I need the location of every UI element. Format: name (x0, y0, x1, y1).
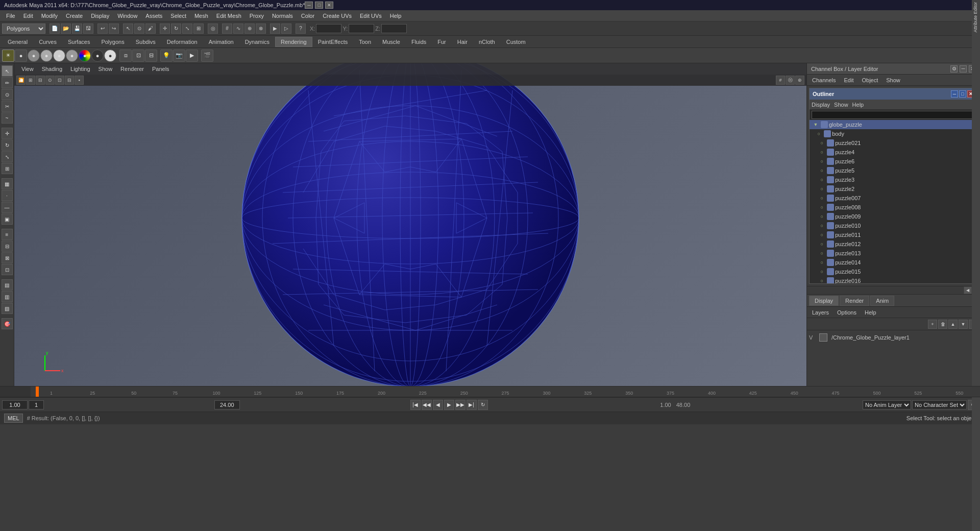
vertex-tool[interactable]: · (2, 190, 13, 201)
outliner-item-puzzle009[interactable]: ○ puzzle009 (810, 212, 977, 221)
save-file-icon[interactable]: 💾 (72, 23, 82, 34)
open-file-icon[interactable]: 📂 (61, 23, 71, 34)
layer-down-icon[interactable]: ▼ (959, 320, 968, 329)
layer-tab-anim[interactable]: Anim (870, 296, 894, 306)
outliner-minimize-icon[interactable]: ─ (951, 90, 958, 98)
playback-end-input[interactable] (214, 400, 240, 409)
move-tool[interactable]: ✛ (2, 128, 13, 139)
vp-menu-renderer[interactable]: Renderer (117, 65, 147, 73)
maximize-button[interactable]: □ (315, 2, 323, 9)
render-sphere-light[interactable]: ● (104, 50, 116, 62)
snap-point-icon[interactable]: ⊕ (244, 23, 255, 34)
y-coord-input[interactable] (349, 24, 374, 33)
outliner-item-puzzle021[interactable]: ○ puzzle021 (810, 138, 977, 148)
x-coord-input[interactable] (316, 24, 341, 33)
lasso-icon[interactable]: ⊙ (134, 23, 144, 34)
render-view-icon[interactable]: 📷 (173, 50, 185, 62)
minimize-button[interactable]: ─ (305, 2, 313, 9)
outliner-item-puzzle014[interactable]: ○ puzzle014 (810, 258, 977, 267)
cb-tab-object[interactable]: Object (859, 76, 881, 84)
z-coord-input[interactable] (381, 24, 407, 33)
menu-proxy[interactable]: Proxy (246, 12, 268, 20)
tab-curves[interactable]: Curves (33, 37, 62, 47)
timeline-ruler[interactable]: 1 25 50 75 100 125 150 175 200 225 250 2… (31, 387, 980, 397)
render-sphere-5[interactable]: ● (66, 50, 78, 62)
outliner-item-puzzle012[interactable]: ○ puzzle012 (810, 239, 977, 249)
step-fwd-icon[interactable]: ▶▶ (455, 400, 465, 410)
menu-normals[interactable]: Normals (268, 12, 297, 20)
attr-tool-3[interactable]: ▧ (2, 303, 13, 314)
layer-tab-display[interactable]: Display (809, 296, 839, 306)
vp-render-region-icon[interactable]: ▪ (75, 76, 84, 85)
menu-window[interactable]: Window (113, 12, 141, 20)
outliner-scroll-left[interactable]: ◀ (964, 286, 972, 294)
save-as-icon[interactable]: 🖫 (83, 23, 93, 34)
editor-tool-1[interactable]: ⊟ (2, 240, 13, 252)
outliner-item-puzzle4[interactable]: ○ puzzle4 (810, 148, 977, 157)
display-layers[interactable]: ≡ (2, 229, 13, 240)
vp-menu-lighting[interactable]: Lighting (67, 65, 93, 73)
frame-sel-icon[interactable]: ⊟ (145, 50, 157, 62)
sculpt-tool[interactable]: ⊙ (2, 89, 13, 100)
outliner-menu-display[interactable]: Display (812, 102, 830, 108)
vp-menu-view[interactable]: View (18, 65, 37, 73)
manip-tool[interactable]: ⊞ (2, 163, 13, 174)
tab-painteffects[interactable]: PaintEffects (312, 37, 354, 47)
play-fwd-icon[interactable]: ▶ (444, 400, 454, 410)
select-tool[interactable]: ↖ (2, 65, 13, 77)
step-back-icon[interactable]: ◀◀ (422, 400, 432, 410)
paint-tool[interactable]: ✏ (2, 77, 13, 88)
vp-hud-icon[interactable]: Ⓗ (786, 76, 795, 85)
cut-tool[interactable]: ✂ (2, 101, 13, 112)
snap-curve-icon[interactable]: ∿ (233, 23, 243, 34)
menu-select[interactable]: Select (166, 12, 190, 20)
component-select[interactable]: ▦ (2, 178, 13, 189)
layer-up-icon[interactable]: ▲ (948, 320, 958, 329)
attr-tool-1[interactable]: ▤ (2, 279, 13, 291)
undo-icon[interactable]: ↩ (97, 23, 108, 34)
vp-menu-shading[interactable]: Shading (39, 65, 65, 73)
outliner-item-puzzle3[interactable]: ○ puzzle3 (810, 175, 977, 184)
attr-tool-2[interactable]: ▥ (2, 291, 13, 302)
render-sphere-flat[interactable]: ☀ (2, 50, 14, 62)
vp-isolate-icon[interactable]: ⊙ (45, 76, 55, 85)
help-line-icon[interactable]: ? (296, 23, 306, 34)
vp-xray-icon[interactable]: ⊛ (795, 76, 804, 85)
layer-create-icon[interactable]: + (928, 320, 937, 329)
isolate-select-icon[interactable]: ⧈ (119, 50, 132, 62)
tab-general[interactable]: General (2, 37, 33, 47)
viewport[interactable]: View Shading Lighting Show Renderer Pane… (14, 63, 806, 386)
new-file-icon[interactable]: 📄 (50, 23, 60, 34)
render-sphere-3[interactable]: ● (40, 50, 53, 62)
scale-tool[interactable]: ⤡ (2, 151, 13, 162)
menu-edit-mesh[interactable]: Edit Mesh (212, 12, 246, 20)
module-select[interactable]: Polygons Animation Rendering Dynamics nD… (2, 23, 45, 34)
soft-sel-icon[interactable]: ◎ (208, 23, 218, 34)
select-icon[interactable]: ↖ (123, 23, 133, 34)
tab-fur[interactable]: Fur (432, 37, 452, 47)
outliner-maximize-icon[interactable]: □ (959, 90, 966, 98)
camera-tool[interactable]: 🎯 (2, 318, 13, 329)
tab-surfaces[interactable]: Surfaces (62, 37, 95, 47)
play-back-icon[interactable]: ◀ (433, 400, 443, 410)
layer-subtab-layers[interactable]: Layers (809, 308, 832, 317)
layer-subtab-help[interactable]: Help (862, 308, 879, 317)
outliner-item-puzzle016[interactable]: ○ puzzle016 (810, 276, 977, 283)
current-frame-input[interactable] (29, 400, 44, 409)
editor-tool-2[interactable]: ⊠ (2, 252, 13, 263)
render-icon[interactable]: ▶ (270, 23, 280, 34)
layer-tab-render[interactable]: Render (840, 296, 869, 306)
menu-create-uvs[interactable]: Create UVs (318, 12, 356, 20)
go-end-icon[interactable]: ▶| (467, 400, 477, 410)
outliner-item-puzzle6[interactable]: ○ puzzle6 (810, 157, 977, 166)
outliner-item-puzzle011[interactable]: ○ puzzle011 (810, 230, 977, 239)
tab-subdivs[interactable]: Subdivs (130, 37, 161, 47)
edge-tool[interactable]: — (2, 202, 13, 213)
vp-hierarchy-icon[interactable]: ⊟ (36, 76, 45, 85)
universal-manip-icon[interactable]: ⊞ (193, 23, 204, 34)
vp-camera-icon[interactable]: 🎦 (16, 76, 26, 85)
face-tool[interactable]: ▣ (2, 213, 13, 225)
outliner-search-input[interactable] (812, 111, 975, 119)
snap-proj-icon[interactable]: ⊗ (256, 23, 266, 34)
menu-file[interactable]: File (2, 12, 19, 20)
